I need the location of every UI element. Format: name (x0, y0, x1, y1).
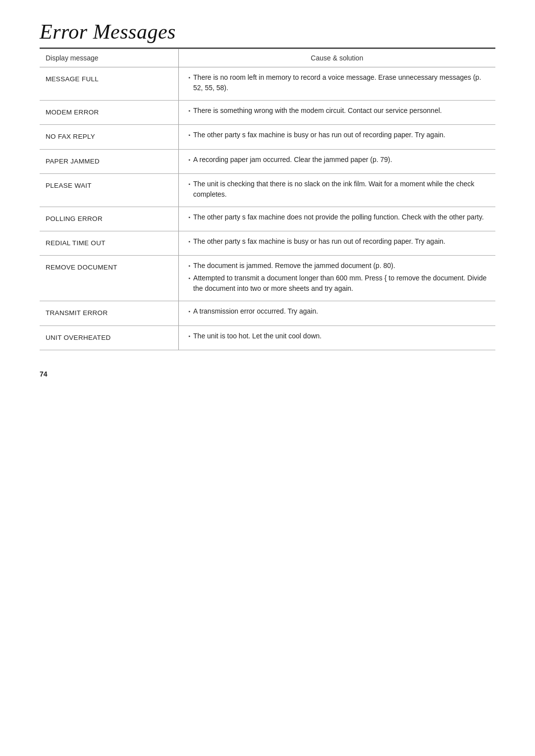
display-message-cell: NO FAX REPLY (40, 125, 178, 149)
cause-solution-cell: ▪The unit is too hot. Let the unit cool … (178, 325, 495, 350)
error-table: Display message Cause & solution MESSAGE… (40, 49, 495, 350)
cause-solution-cell: ▪There is no room left in memory to reco… (178, 67, 495, 101)
cause-bullet-icon: ▪ (189, 131, 191, 139)
cause-bullet-icon: ▪ (189, 308, 191, 315)
cause-text: The unit is checking that there is no sl… (193, 179, 489, 200)
display-message-cell: MESSAGE FULL (40, 67, 178, 101)
cause-text: The other party s fax machine does not p… (193, 212, 489, 222)
table-row: MODEM ERROR▪There is something wrong wit… (40, 101, 495, 125)
cause-item: ▪The unit is checking that there is no s… (189, 179, 490, 200)
cause-bullet-icon: ▪ (189, 74, 191, 81)
display-message-cell: REMOVE DOCUMENT (40, 256, 178, 301)
cause-item: ▪A recording paper jam occurred. Clear t… (189, 155, 490, 165)
cause-solution-cell: ▪The other party s fax machine is busy o… (178, 231, 495, 256)
page-title: Error Messages (40, 20, 495, 44)
cause-solution-cell: ▪The document is jammed. Remove the jamm… (178, 256, 495, 301)
cause-item: ▪There is something wrong with the modem… (189, 106, 490, 116)
cause-item: ▪There is no room left in memory to reco… (189, 72, 490, 93)
cause-bullet-icon: ▪ (189, 262, 191, 270)
cause-item: ▪The other party s fax machine is busy o… (189, 130, 490, 140)
cause-bullet-icon: ▪ (189, 274, 191, 282)
cause-bullet-icon: ▪ (189, 332, 191, 340)
cause-text: A recording paper jam occurred. Clear th… (193, 155, 489, 165)
display-message-cell: MODEM ERROR (40, 101, 178, 125)
cause-text: The other party s fax machine is busy or… (193, 236, 489, 247)
cause-text: The unit is too hot. Let the unit cool d… (193, 331, 489, 341)
table-row: REDIAL TIME OUT▪The other party s fax ma… (40, 231, 495, 256)
table-row: UNIT OVERHEATED▪The unit is too hot. Let… (40, 325, 495, 350)
display-message-cell: REDIAL TIME OUT (40, 231, 178, 256)
cause-item: ▪The unit is too hot. Let the unit cool … (189, 331, 490, 341)
cause-solution-cell: ▪There is something wrong with the modem… (178, 101, 495, 125)
display-message-cell: PAPER JAMMED (40, 149, 178, 173)
cause-solution-cell: ▪The other party s fax machine is busy o… (178, 125, 495, 149)
header-cause: Cause & solution (178, 49, 495, 67)
table-header-row: Display message Cause & solution (40, 49, 495, 67)
cause-bullet-icon: ▪ (189, 180, 191, 188)
cause-text: The document is jammed. Remove the jamme… (193, 261, 489, 271)
header-display: Display message (40, 49, 178, 67)
cause-bullet-icon: ▪ (189, 107, 191, 114)
display-message-cell: UNIT OVERHEATED (40, 325, 178, 350)
display-message-cell: TRANSMIT ERROR (40, 301, 178, 325)
cause-bullet-icon: ▪ (189, 238, 191, 245)
cause-text: A transmission error occurred. Try again… (193, 306, 489, 317)
cause-text: There is something wrong with the modem … (193, 106, 489, 116)
cause-bullet-icon: ▪ (189, 214, 191, 221)
table-row: PAPER JAMMED▪A recording paper jam occur… (40, 149, 495, 173)
cause-item: ▪The other party s fax machine is busy o… (189, 236, 490, 247)
page-number: 74 (40, 370, 495, 378)
table-row: POLLING ERROR▪The other party s fax mach… (40, 207, 495, 231)
table-row: MESSAGE FULL▪There is no room left in me… (40, 67, 495, 101)
cause-item: ▪The other party s fax machine does not … (189, 212, 490, 222)
cause-solution-cell: ▪A recording paper jam occurred. Clear t… (178, 149, 495, 173)
cause-bullet-icon: ▪ (189, 156, 191, 163)
cause-text: There is no room left in memory to recor… (193, 72, 489, 93)
cause-solution-cell: ▪A transmission error occurred. Try agai… (178, 301, 495, 325)
cause-solution-cell: ▪The other party s fax machine does not … (178, 207, 495, 231)
cause-item: ▪Attempted to transmit a document longer… (189, 273, 490, 294)
cause-text: Attempted to transmit a document longer … (193, 273, 489, 294)
display-message-cell: POLLING ERROR (40, 207, 178, 231)
display-message-cell: PLEASE WAIT (40, 173, 178, 207)
table-row: NO FAX REPLY▪The other party s fax machi… (40, 125, 495, 149)
table-row: PLEASE WAIT▪The unit is checking that th… (40, 173, 495, 207)
cause-text: The other party s fax machine is busy or… (193, 130, 489, 140)
cause-solution-cell: ▪The unit is checking that there is no s… (178, 173, 495, 207)
table-row: REMOVE DOCUMENT▪The document is jammed. … (40, 256, 495, 301)
cause-item: ▪A transmission error occurred. Try agai… (189, 306, 490, 317)
table-row: TRANSMIT ERROR▪A transmission error occu… (40, 301, 495, 325)
cause-item: ▪The document is jammed. Remove the jamm… (189, 261, 490, 271)
